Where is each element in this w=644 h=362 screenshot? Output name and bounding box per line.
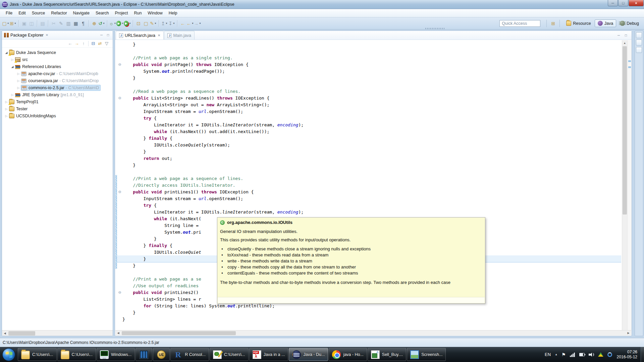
tree-item-duke-java-sequence[interactable]: ◢Duke Java Sequence: [2, 49, 113, 56]
menu-project[interactable]: Project: [112, 10, 131, 16]
battery-icon[interactable]: [579, 353, 585, 356]
sash-grip[interactable]: [425, 28, 445, 29]
code-line[interactable]: InputStream stream = url.openStream();: [115, 195, 621, 202]
expand-arrow-icon[interactable]: ▷: [4, 107, 9, 111]
editor-minmax-icons[interactable]: ─ □: [618, 34, 632, 37]
collapse-arrow-icon[interactable]: ◢: [10, 65, 15, 68]
package-explorer-hscrollbar[interactable]: ◀: [2, 330, 113, 336]
next-annotation-icon[interactable]: ↧▼: [168, 20, 175, 27]
language-indicator[interactable]: EN: [545, 352, 551, 357]
cut-icon[interactable]: ✂: [50, 20, 57, 27]
tree-item-jre-system-library[interactable]: ▷JRE System Library [jre1.8.0_91]: [2, 91, 113, 98]
editor-tab-urlsearch-java[interactable]: JURLSearch.java✕: [116, 31, 164, 40]
code-line[interactable]: while (it.hasNext()) out.add(it.nextLine…: [115, 128, 621, 135]
menu-search[interactable]: Search: [93, 10, 112, 16]
code-line[interactable]: LineIterator it = IOUtils.lineIterator(s…: [115, 208, 621, 215]
back-icon[interactable]: ←: [67, 41, 73, 46]
code-line[interactable]: IOUtils.closeQuietly(stream);: [115, 141, 621, 148]
code-line[interactable]: return out;: [115, 155, 621, 162]
fold-marker-icon[interactable]: ⊖: [117, 96, 122, 100]
fold-marker-icon[interactable]: ⊖: [117, 62, 122, 67]
tree-item-src[interactable]: ▷src: [2, 56, 113, 63]
menu-window[interactable]: Window: [145, 10, 165, 16]
view-menu-icon[interactable]: ▽: [103, 41, 110, 46]
action-center-flag-icon[interactable]: ⚑: [561, 352, 566, 357]
open-perspective-icon[interactable]: ⊞: [549, 20, 557, 27]
last-edit-location-icon[interactable]: ←: [179, 20, 186, 27]
tree-item-referenced-libraries[interactable]: ◢Referenced Libraries: [2, 63, 113, 70]
taskbar-button-java-du-[interactable]: Java - Du...: [289, 348, 328, 361]
package-explorer-close-icon[interactable]: ✕: [46, 33, 48, 37]
menu-help[interactable]: Help: [166, 10, 180, 16]
table-icon[interactable]: ▦: [72, 20, 79, 27]
run-last-icon[interactable]: ▶▼: [124, 20, 131, 27]
compare-icon[interactable]: ▥: [65, 20, 72, 27]
back-icon[interactable]: ←▼: [186, 20, 194, 27]
code-line[interactable]: //Directly access IOUtils.lineIterator.: [115, 182, 621, 188]
forward-icon[interactable]: →▼: [194, 20, 201, 27]
show-whitespace-icon[interactable]: ¶: [79, 20, 87, 27]
scrollbar-thumb[interactable]: [122, 331, 236, 335]
tree-item-apache-csv-jar[interactable]: ▷apache-csv.jar - C:\Users\Main\Dropb: [2, 70, 113, 77]
editor-vscrollbar[interactable]: ▲: [622, 40, 627, 330]
code-line[interactable]: //Read a web page as a sequence of lines…: [115, 88, 621, 95]
editor-hscrollbar[interactable]: ◀ ▶: [115, 330, 631, 336]
perspective-debug[interactable]: Debug: [617, 19, 642, 27]
code-line[interactable]: try {: [115, 202, 621, 208]
link-with-editor-icon[interactable]: ⇄: [97, 41, 103, 46]
tab-close-icon[interactable]: ✕: [158, 34, 160, 37]
menu-run[interactable]: Run: [131, 10, 145, 16]
taskbar-button-r-consol-[interactable]: RR Consol...: [170, 348, 209, 361]
package-explorer-title[interactable]: Package Explorer: [10, 33, 44, 38]
collapse-arrow-icon[interactable]: ◢: [4, 51, 9, 54]
tree-item-tester[interactable]: ▷Tester: [2, 105, 113, 112]
scrollbar-thumb[interactable]: [8, 331, 35, 336]
code-line[interactable]: [115, 48, 621, 54]
minimize-button[interactable]: ─: [608, 0, 618, 6]
close-button[interactable]: ×: [629, 0, 644, 6]
menu-edit[interactable]: Edit: [15, 10, 29, 16]
code-line[interactable]: }: [115, 309, 621, 316]
clock[interactable]: 07:26 2016-05-12: [617, 350, 637, 360]
overview-ruler[interactable]: [627, 40, 632, 330]
taskbar-button-screensh-[interactable]: Screensh...: [407, 348, 446, 361]
package-explorer-minmax-icons[interactable]: ─ □: [100, 33, 111, 37]
code-line[interactable]: [115, 168, 621, 175]
view-icon[interactable]: [636, 40, 642, 46]
taskbar-button-sell-buy-[interactable]: Sell_Buy....: [368, 348, 406, 361]
save-icon[interactable]: ▣: [20, 20, 28, 27]
tree-item-commons-io-2-5-jar[interactable]: ▷commons-io-2.5.jar - C:\Users\Main\D: [2, 84, 113, 91]
code-line[interactable]: }: [115, 162, 621, 168]
taskbar-button-c-users-[interactable]: C:\Users\...: [210, 348, 249, 361]
code-line[interactable]: ArrayList<String> out = new ArrayList<St…: [115, 101, 621, 108]
volume-icon[interactable]: [589, 352, 594, 357]
taskbar-button-ultraedit[interactable]: UE: [153, 348, 170, 361]
maximize-button[interactable]: □: [618, 0, 628, 6]
code-line[interactable]: }: [115, 148, 621, 155]
taskbar-button-c-users-[interactable]: C:\Users\...: [57, 348, 96, 361]
menu-refactor[interactable]: Refactor: [48, 10, 70, 16]
view-icon[interactable]: [636, 47, 642, 53]
code-line[interactable]: ⊖ public void printPage() throws IOExcep…: [115, 61, 621, 68]
restore-view-icon[interactable]: [636, 32, 642, 38]
new-wizard-icon[interactable]: ▢▼: [2, 20, 9, 27]
scroll-right-icon[interactable]: ▶: [626, 330, 631, 336]
open-resource-icon[interactable]: ▢: [142, 20, 150, 27]
code-line[interactable]: try {: [115, 115, 621, 121]
expand-arrow-icon[interactable]: ▷: [4, 114, 9, 118]
save-all-icon[interactable]: ◫: [28, 20, 35, 27]
code-line[interactable]: InputStream stream = url.openStream();: [115, 108, 621, 115]
format-brush-icon[interactable]: ✎: [57, 20, 65, 27]
code-line[interactable]: System.out.println(readPage());: [115, 68, 621, 74]
new-java-class-icon[interactable]: ⊕: [91, 20, 98, 27]
taskbar-button-java-in-a-[interactable]: Java in a ...: [249, 348, 288, 361]
perspective-resource[interactable]: Resource: [563, 19, 594, 27]
network-icon[interactable]: [570, 352, 575, 357]
forward-icon[interactable]: →: [73, 41, 80, 46]
fold-marker-icon[interactable]: ⊖: [117, 290, 122, 295]
taskbar-button-java-ho-[interactable]: java - Ho...: [329, 348, 367, 361]
menu-navigate[interactable]: Navigate: [70, 10, 93, 16]
scroll-up-icon[interactable]: ▲: [622, 40, 627, 46]
code-line[interactable]: }: [115, 41, 621, 48]
code-line[interactable]: //Print a web page as a sequence of line…: [115, 175, 621, 182]
